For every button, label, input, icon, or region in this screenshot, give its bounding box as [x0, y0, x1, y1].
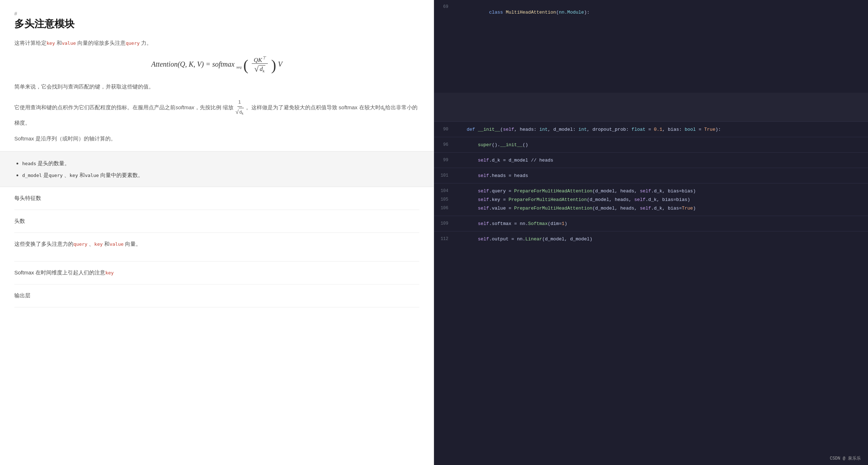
code-line-output: 112 self.output = nn.Linear(d_model, d_m… — [434, 235, 868, 243]
code-content-key: self.key = PrepareForMultiHeadAttention(… — [455, 196, 868, 202]
description-3: 它使用查询和键的点积作为它们匹配程度的指标。在服用点产品之前softmax，先按… — [14, 98, 419, 128]
section-features-per-head: 每头特征数 — [14, 187, 419, 210]
code-line-super: 96 super().__init__() — [434, 141, 868, 149]
line-number-101: 101 — [434, 172, 455, 178]
code-content-dk: self.d_k = d_model // heads — [455, 157, 868, 163]
params-section: heads 是头的数量。 d_model 是query 、key 和value … — [0, 151, 434, 187]
code-line-init: 90 def __init__(self, heads: int, d_mode… — [434, 125, 868, 133]
code-content-init: def __init__(self, heads: int, d_model: … — [455, 126, 868, 132]
code-content-value: self.value = PrepareForMultiHeadAttentio… — [455, 205, 868, 211]
csdn-watermark: CSDN @ 泉乐乐 — [830, 455, 861, 461]
code-line-value: 106 self.value = PrepareForMultiHeadAtte… — [434, 204, 868, 212]
code-block: 69 class MultiHeadAttention(nn.Module): … — [434, 0, 868, 246]
line-number-112: 112 — [434, 236, 455, 241]
code-content-class: class MultiHeadAttention(nn.Module): — [455, 4, 868, 20]
code-line-dk: 99 self.d_k = d_model // heads — [434, 156, 868, 164]
section-transforms: 这些变换了多头注意力的query 、key 和value 向量。 — [14, 233, 419, 262]
section-label-2: 头数 — [14, 218, 419, 225]
section-label-3: 这些变换了多头注意力的query 、key 和value 向量。 — [14, 241, 419, 248]
section-label-4: Softmax 在时间维度上引起人们的注意key — [14, 269, 419, 276]
code-content-softmax: self.softmax = nn.Softmax(dim=1) — [455, 220, 868, 226]
code-line-query: 104 self.query = PrepareForMultiHeadAtte… — [434, 187, 868, 195]
section-softmax: Softmax 在时间维度上引起人们的注意key — [14, 262, 419, 284]
section-label-5: 输出层 — [14, 292, 419, 299]
section-label-1: 每头特征数 — [14, 195, 419, 202]
line-number-90: 90 — [434, 126, 455, 132]
code-content-heads: self.heads = heads — [455, 172, 868, 178]
bullet-dmodel: d_model 是query 、key 和value 向量中的要素数。 — [22, 169, 419, 181]
line-number-69: 69 — [434, 4, 455, 9]
page-title: 多头注意模块 — [14, 17, 419, 31]
line-number-104: 104 — [434, 188, 455, 193]
code-content-query: self.query = PrepareForMultiHeadAttentio… — [455, 188, 868, 194]
bullet-heads: heads 是头的数量。 — [22, 157, 419, 169]
line-number-106: 106 — [434, 205, 455, 211]
section-head-count: 头数 — [14, 210, 419, 233]
line-number-96: 96 — [434, 142, 455, 147]
description-2: 简单来说，它会找到与查询匹配的键，并获取这些键的值。 — [14, 82, 419, 92]
attention-formula: Attention(Q, K, V) = softmax seq ( QK⊤ √… — [14, 56, 419, 75]
hash-symbol: # — [14, 11, 419, 16]
left-documentation-panel: # 多头注意模块 这将计算给定key 和value 向量的缩放多头注意query… — [0, 0, 434, 465]
line-number-99: 99 — [434, 157, 455, 163]
line-number-105: 105 — [434, 196, 455, 202]
line-number-109: 109 — [434, 220, 455, 226]
code-line-key: 105 self.key = PrepareForMultiHeadAttent… — [434, 196, 868, 203]
right-code-panel: 69 class MultiHeadAttention(nn.Module): … — [434, 0, 868, 465]
code-content-output: self.output = nn.Linear(d_model, d_model… — [455, 236, 868, 242]
code-line-softmax: 109 self.softmax = nn.Softmax(dim=1) — [434, 220, 868, 227]
description-4: Softmax 是沿序列（或时间）的轴计算的。 — [14, 134, 419, 144]
section-output: 输出层 — [14, 284, 419, 307]
code-line-class: 69 class MultiHeadAttention(nn.Module): — [434, 3, 868, 21]
code-content-super: super().__init__() — [455, 142, 868, 148]
code-line-heads: 101 self.heads = heads — [434, 172, 868, 179]
description-1: 这将计算给定key 和value 向量的缩放多头注意query 力。 — [14, 38, 419, 48]
